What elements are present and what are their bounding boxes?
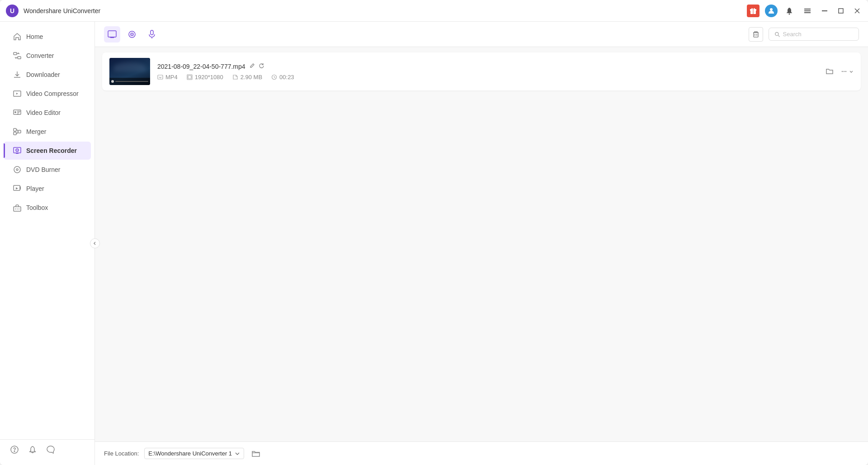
svg-point-53 xyxy=(844,71,844,72)
bottom-bar: File Location: E:\Wondershare UniConvert… xyxy=(95,441,868,465)
content-area: 2021-08-09_22-04-50-777.mp4 xyxy=(95,22,868,465)
size-icon xyxy=(232,74,238,80)
sidebar-item-merger-label: Merger xyxy=(26,128,46,135)
downloader-icon xyxy=(13,70,22,79)
duration-icon xyxy=(271,74,277,80)
sidebar-bottom xyxy=(0,439,94,460)
sidebar-item-converter-label: Converter xyxy=(26,52,54,59)
svg-point-18 xyxy=(14,111,16,113)
dvd-burner-icon xyxy=(13,165,22,174)
notification-bell-icon[interactable] xyxy=(783,5,796,17)
svg-point-40 xyxy=(132,34,132,35)
sidebar-item-video-editor-label: Video Editor xyxy=(26,109,61,116)
close-button[interactable] xyxy=(852,5,863,16)
file-list: 2021-08-09_22-04-50-777.mp4 xyxy=(95,47,868,441)
sidebar-item-screen-recorder[interactable]: Screen Recorder xyxy=(4,142,91,160)
sidebar-item-toolbox-label: Toolbox xyxy=(26,204,48,211)
svg-point-32 xyxy=(17,209,18,209)
feedback-icon[interactable] xyxy=(45,444,56,455)
svg-point-35 xyxy=(14,451,15,452)
svg-point-33 xyxy=(19,209,19,209)
app-title: Wondershare UniConverter xyxy=(24,7,747,14)
svg-rect-11 xyxy=(839,9,843,13)
file-actions xyxy=(823,65,854,78)
sidebar-item-dvd-burner[interactable]: DVD Burner xyxy=(4,161,91,179)
title-bar-controls xyxy=(747,5,863,17)
svg-rect-15 xyxy=(18,57,21,59)
svg-point-26 xyxy=(14,166,20,173)
more-options-button[interactable] xyxy=(840,67,854,76)
svg-rect-10 xyxy=(822,10,827,11)
minimize-button[interactable] xyxy=(819,5,830,16)
svg-rect-36 xyxy=(108,31,116,37)
notification-icon[interactable] xyxy=(27,444,38,455)
svg-point-54 xyxy=(845,71,846,72)
location-browse-button[interactable] xyxy=(250,447,262,460)
more-options-icon xyxy=(840,67,848,76)
format-icon xyxy=(157,74,163,80)
sidebar-item-merger[interactable]: Merger xyxy=(4,123,91,141)
video-editor-icon xyxy=(13,108,22,117)
converter-icon xyxy=(13,51,22,60)
file-name: 2021-08-09_22-04-50-777.mp4 xyxy=(157,63,245,70)
app-window: U Wondershare UniConverter xyxy=(0,0,868,465)
sidebar-item-screen-recorder-label: Screen Recorder xyxy=(26,147,77,154)
more-options-chevron-icon xyxy=(849,69,854,74)
sidebar-item-video-editor[interactable]: Video Editor xyxy=(4,104,91,122)
file-resolution: 1920*1080 xyxy=(187,74,223,81)
merger-icon xyxy=(13,127,22,136)
svg-point-31 xyxy=(15,209,16,209)
sidebar: Home Converter xyxy=(0,22,95,465)
tab-audio-record[interactable] xyxy=(144,26,160,43)
file-size: 2.90 MB xyxy=(232,74,262,81)
app-logo: U xyxy=(5,4,19,18)
sidebar-item-downloader[interactable]: Downloader xyxy=(4,66,91,84)
sidebar-item-player[interactable]: Player xyxy=(4,180,91,198)
svg-rect-20 xyxy=(14,132,16,135)
sidebar-item-converter[interactable]: Converter xyxy=(4,47,91,65)
svg-rect-8 xyxy=(804,10,811,11)
sidebar-item-toolbox[interactable]: Toolbox xyxy=(4,199,91,217)
screen-recorder-icon xyxy=(13,146,22,155)
refresh-icon[interactable] xyxy=(259,63,264,70)
sidebar-item-video-compressor[interactable]: Video Compressor xyxy=(4,85,91,103)
svg-rect-50 xyxy=(188,76,191,79)
svg-rect-48 xyxy=(158,75,163,79)
restore-button[interactable] xyxy=(835,5,846,16)
file-duration-value: 00:23 xyxy=(279,74,294,81)
tab-camera-record[interactable] xyxy=(124,26,140,43)
sidebar-item-home[interactable]: Home xyxy=(4,28,91,46)
file-location-select[interactable]: E:\Wondershare UniConverter 1 xyxy=(144,448,244,459)
search-icon xyxy=(774,31,780,38)
tab-screen-record[interactable] xyxy=(104,26,120,43)
menu-icon[interactable] xyxy=(801,5,814,17)
resolution-icon xyxy=(187,74,193,80)
edit-filename-icon[interactable] xyxy=(249,63,255,70)
user-avatar-icon[interactable] xyxy=(765,5,778,17)
file-item: 2021-08-09_22-04-50-777.mp4 xyxy=(102,52,861,90)
svg-rect-41 xyxy=(151,30,153,35)
search-box[interactable] xyxy=(769,28,859,41)
svg-rect-25 xyxy=(16,153,19,154)
gift-icon[interactable] xyxy=(747,5,760,17)
delete-button[interactable] xyxy=(749,27,763,42)
open-folder-button[interactable] xyxy=(823,65,836,78)
toolbox-icon xyxy=(13,203,22,212)
svg-point-46 xyxy=(775,32,778,35)
sidebar-item-player-label: Player xyxy=(26,185,44,192)
video-compressor-icon xyxy=(13,89,22,98)
sidebar-item-downloader-label: Downloader xyxy=(26,71,60,78)
help-icon[interactable] xyxy=(9,444,20,455)
svg-rect-19 xyxy=(14,128,16,131)
search-input[interactable] xyxy=(783,31,853,38)
svg-point-6 xyxy=(789,13,790,14)
file-resolution-value: 1920*1080 xyxy=(195,74,223,81)
main-layout: Home Converter xyxy=(0,22,868,465)
sidebar-item-video-compressor-label: Video Compressor xyxy=(26,90,79,97)
location-dropdown-icon xyxy=(235,451,240,456)
top-toolbar xyxy=(95,22,868,47)
home-icon xyxy=(13,32,22,41)
file-thumbnail xyxy=(109,58,150,85)
svg-line-47 xyxy=(778,35,779,37)
collapse-sidebar-button[interactable] xyxy=(90,238,100,248)
